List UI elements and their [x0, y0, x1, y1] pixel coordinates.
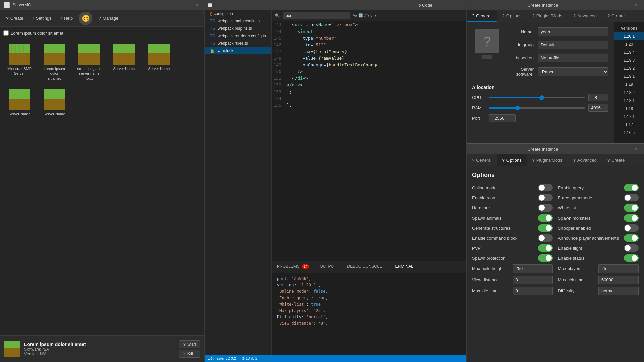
version-item-1192[interactable]: 1.19.2 [614, 64, 644, 72]
version-item-1193[interactable]: 1.19.3 [614, 56, 644, 64]
ram-slider[interactable] [489, 107, 585, 109]
find-result: Aa 🔠 .* ? of 7 [353, 13, 376, 18]
enable-query-toggle[interactable] [624, 184, 639, 191]
list-item[interactable]: Server Name [143, 41, 175, 83]
close-btn[interactable]: ✕ [192, 3, 201, 7]
gen-structures-toggle[interactable] [538, 224, 553, 232]
force-gamemode-label: Force gamemode [558, 195, 622, 200]
ci-bottom-tab-plugins[interactable]: ? Plugins/Mods [527, 154, 568, 166]
max-idle-time-input[interactable] [513, 287, 553, 295]
spawn-animals-toggle[interactable] [538, 214, 553, 222]
start-button[interactable]: ? Start [179, 340, 200, 348]
file-item-yarn-lock[interactable]: 🔒 yarn.lock [205, 47, 271, 54]
tab-output[interactable]: OUTPUT [314, 262, 341, 272]
help-button[interactable]: ? Help [56, 14, 76, 23]
version-item-119[interactable]: 1.19 [614, 80, 644, 88]
force-gamemode-toggle[interactable] [624, 194, 639, 201]
max-idle-time-row: Max idle time [472, 287, 553, 295]
spawn-monsters-toggle[interactable] [624, 214, 639, 222]
error-count[interactable]: ⊗ 13 ⚠ 1 [241, 356, 257, 361]
servermc-panel: ⬜ ServerMC ─ □ ✕ ? Create ? Settings ? H… [0, 0, 205, 362]
group-input[interactable] [538, 41, 608, 49]
ci-bottom-close[interactable]: ✕ [632, 147, 641, 152]
ci-top-close[interactable]: ✕ [632, 3, 641, 7]
version-item-1171[interactable]: 1.17.1 [614, 113, 644, 121]
ci-bottom-tab-general[interactable]: ? General [467, 154, 497, 166]
list-item[interactable]: Lorem ipsum dolorsit amet [38, 41, 70, 83]
hardcore-toggle[interactable] [538, 204, 553, 212]
tab-problems[interactable]: PROBLEMS 14 [272, 262, 314, 272]
ci-top-minimize[interactable]: ─ [616, 3, 624, 7]
find-input[interactable] [283, 12, 350, 19]
version-item-117[interactable]: 1.17 [614, 121, 644, 129]
ram-row: RAM [472, 104, 608, 112]
file-item-webpack-rules[interactable]: TS webpack.rules.ts [205, 40, 271, 47]
version-item-1182[interactable]: 1.18.2 [614, 88, 644, 97]
cmd-block-toggle[interactable] [538, 234, 553, 242]
version-item-1181[interactable]: 1.18.1 [614, 97, 644, 105]
software-select[interactable]: Paper Spigot Bukkit Vanilla [538, 67, 608, 76]
ci-tab-options[interactable]: ? Options [497, 10, 527, 22]
version-item-118[interactable]: 1.18 [614, 105, 644, 113]
ci-top-maximize[interactable]: □ [624, 3, 632, 7]
create-instance-bottom: Create Instance ─ □ ✕ ? General ? Option… [467, 144, 644, 362]
version-item-1194[interactable]: 1.19.4 [614, 48, 644, 56]
minimize-btn[interactable]: ─ [172, 3, 180, 7]
announce-achievements-toggle[interactable] [624, 234, 639, 242]
cpu-input[interactable] [588, 94, 608, 101]
version-item-1165[interactable]: 1.16.5 [614, 129, 644, 137]
manage-button[interactable]: ? Manage [95, 14, 122, 23]
ci-bottom-maximize[interactable]: □ [624, 147, 632, 152]
ci-tab-general[interactable]: ? General [467, 10, 497, 22]
server-name-2: Lorem ipsum dolorsit amet [41, 66, 68, 81]
group-checkbox[interactable] [3, 30, 9, 36]
spawn-protection-toggle[interactable] [538, 254, 553, 262]
version-item-120[interactable]: 1.20 [614, 40, 644, 48]
maximize-btn[interactable]: □ [182, 3, 190, 7]
tab-terminal[interactable]: TERMINAL [387, 262, 419, 272]
file-item-config[interactable]: {} config.json [205, 10, 271, 17]
max-players-input[interactable] [598, 264, 639, 273]
ci-bottom-tab-create[interactable]: ? Create [602, 154, 630, 166]
settings-button[interactable]: ? Settings [28, 14, 55, 23]
difficulty-input[interactable] [598, 287, 639, 295]
version-item-1191[interactable]: 1.19.1 [614, 72, 644, 80]
list-item[interactable]: Server Name [38, 86, 70, 119]
ci-tab-create-top[interactable]: ? Create [602, 10, 630, 22]
view-distance-input[interactable] [513, 276, 553, 284]
allocation-title: Allocation [472, 85, 608, 90]
kill-button[interactable]: ? Kill [179, 350, 200, 358]
create-button[interactable]: ? Create [3, 14, 27, 23]
max-build-height-input[interactable] [513, 264, 553, 273]
whitelist-toggle[interactable] [624, 204, 639, 212]
version-item-1201[interactable]: 1.20.1 [614, 32, 644, 40]
online-mode-toggle[interactable] [538, 184, 553, 191]
avatar-icon[interactable]: 😊 [79, 12, 92, 25]
ci-bottom-tab-options[interactable]: ? Options [497, 154, 527, 166]
ram-input[interactable] [588, 104, 608, 112]
file-item-webpack-renderer[interactable]: TS webpack.renderer.config.ts [205, 32, 271, 40]
based-on-input[interactable] [538, 54, 608, 62]
ci-tab-plugins[interactable]: ? Plugins/Mods [527, 10, 568, 22]
snooper-toggle[interactable] [624, 224, 639, 232]
name-input[interactable] [538, 27, 608, 36]
pvp-toggle[interactable] [538, 244, 553, 252]
max-tick-time-row: Max tick time [558, 276, 639, 284]
enable-rcon-toggle[interactable] [538, 194, 553, 201]
ci-bottom-minimize[interactable]: ─ [616, 147, 624, 152]
enable-status-toggle[interactable] [624, 254, 639, 262]
port-input[interactable] [489, 114, 516, 122]
cpu-slider[interactable] [489, 97, 585, 98]
max-tick-time-input[interactable] [598, 276, 639, 284]
ci-bottom-tab-advanced[interactable]: ? Advanced [568, 154, 602, 166]
enable-flight-toggle[interactable] [624, 244, 639, 252]
git-branch[interactable]: ⎇ master ⎇ 0.2 [208, 356, 236, 361]
list-item[interactable]: Minecraft SMPServer [3, 41, 36, 83]
tab-debug-console[interactable]: DEBUG CONSOLE [342, 262, 388, 272]
ci-tab-advanced-top[interactable]: ? Advanced [568, 10, 602, 22]
list-item[interactable]: Server Name [3, 86, 36, 119]
file-item-webpack-main[interactable]: TS webpack.main.config.ts [205, 17, 271, 25]
file-item-webpack-plugins[interactable]: TS webpack.plugins.ts [205, 25, 271, 32]
list-item[interactable]: some long assserver name for... [73, 41, 105, 83]
list-item[interactable]: Server Name [108, 41, 140, 83]
